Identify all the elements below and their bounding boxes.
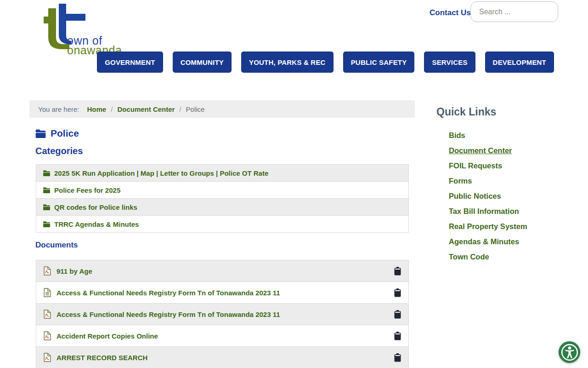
category-label: 2025 5K Run Application | Map | Letter t… (54, 169, 268, 177)
quick-link-item: Agendas & Minutes (449, 237, 559, 247)
category-row[interactable]: 2025 5K Run Application | Map | Letter t… (36, 164, 409, 182)
breadcrumb-prefix: You are here: (38, 105, 79, 113)
file-pdf-icon (44, 310, 51, 319)
documents-list: 911 by Age (36, 260, 409, 368)
page-title-text: Police (51, 128, 79, 139)
clipboard-icon[interactable] (394, 288, 401, 297)
clipboard-icon[interactable] (394, 267, 401, 276)
file-pdf-icon (44, 353, 51, 362)
category-label: TRRC Agendas & Minutes (54, 220, 139, 228)
quick-link-item: Bids (449, 131, 559, 140)
quick-link[interactable]: Bids (449, 131, 465, 139)
main-navigation: GOVERNMENT COMMUNITY YOUTH, PARKS & REC … (0, 52, 554, 73)
category-label: QR codes for Police links (54, 203, 137, 211)
nav-button[interactable]: DEVELOPMENT (485, 52, 554, 73)
quick-link-item: Document Center (449, 146, 559, 155)
breadcrumb-home-link[interactable]: Home (87, 105, 107, 113)
logo-icon: own of onawanda (43, 4, 135, 55)
documents-heading: Documents (35, 241, 78, 250)
breadcrumb-separator: / (111, 105, 113, 113)
document-title: Access & Functional Needs Registry Form … (57, 289, 280, 297)
document-title: 911 by Age (57, 267, 92, 275)
quick-link[interactable]: Public Notices (449, 192, 501, 200)
town-of-tonawanda-logo[interactable]: own of onawanda (43, 4, 135, 57)
category-row[interactable]: TRRC Agendas & Minutes (36, 215, 409, 233)
document-row[interactable]: Access & Functional Needs Registry Form … (36, 303, 409, 325)
quick-link-item: Town Code (449, 252, 559, 262)
quick-link-item: FOIL Requests (449, 161, 559, 171)
contact-us-link[interactable]: Contact Us (430, 7, 472, 18)
quick-link[interactable]: FOIL Requests (449, 161, 502, 170)
quick-links-sidebar: Quick Links Bids Document Center FOIL Re… (436, 106, 559, 267)
document-title: ARREST RECORD SEARCH (57, 354, 147, 362)
breadcrumb: You are here: Home / Document Center / P… (29, 100, 415, 118)
quick-link[interactable]: Tax Bill Information (449, 207, 519, 215)
clipboard-icon[interactable] (394, 332, 401, 340)
folder-icon (35, 129, 46, 138)
folder-icon (43, 204, 50, 210)
quick-link-item: Real Property System (449, 222, 559, 231)
quick-link[interactable]: Agendas & Minutes (449, 237, 519, 246)
category-row[interactable]: Police Fees for 2025 (36, 181, 409, 199)
accessibility-widget-button[interactable] (559, 341, 580, 363)
nav-button[interactable]: GOVERNMENT (97, 52, 163, 73)
document-row[interactable]: Access & Functional Needs Registry Form … (36, 282, 409, 304)
breadcrumb-document-center-link[interactable]: Document Center (117, 105, 175, 113)
document-title: Access & Functional Needs Registry Form … (57, 310, 280, 318)
document-row[interactable]: 911 by Age (36, 260, 409, 282)
document-row[interactable]: ARREST RECORD SEARCH (36, 346, 409, 368)
clipboard-icon[interactable] (394, 353, 401, 362)
breadcrumb-separator: / (179, 105, 181, 113)
nav-button[interactable]: COMMUNITY (173, 52, 232, 73)
file-pdf-icon (44, 266, 51, 276)
quick-link[interactable]: Town Code (449, 253, 489, 261)
folder-icon (43, 170, 50, 176)
categories-heading: Categories (35, 146, 83, 156)
quick-links-heading: Quick Links (436, 106, 559, 118)
quick-link-item: Public Notices (449, 191, 559, 201)
nav-button[interactable]: SERVICES (424, 52, 475, 73)
nav-button[interactable]: PUBLIC SAFETY (343, 52, 415, 73)
clipboard-icon[interactable] (394, 310, 401, 319)
folder-icon (43, 221, 50, 227)
quick-link[interactable]: Document Center (449, 146, 512, 155)
file-lines-icon (44, 288, 51, 297)
nav-button[interactable]: YOUTH, PARKS & REC (241, 52, 334, 73)
quick-link[interactable]: Real Property System (449, 222, 527, 230)
document-center-page: own of onawanda Contact Us GOVERNMENT CO… (0, 0, 588, 368)
file-pdf-icon (44, 331, 51, 340)
category-label: Police Fees for 2025 (54, 186, 120, 194)
categories-list: 2025 5K Run Application | Map | Letter t… (36, 165, 409, 233)
quick-link-item: Forms (449, 176, 559, 186)
quick-links-list: Bids Document Center FOIL Requests Forms… (436, 131, 559, 262)
breadcrumb-current-page: Police (186, 105, 205, 113)
search-input[interactable] (470, 1, 558, 22)
page-title: Police (35, 128, 79, 139)
quick-link[interactable]: Forms (449, 177, 472, 185)
quick-link-item: Tax Bill Information (449, 207, 559, 216)
category-row[interactable]: QR codes for Police links (36, 198, 409, 216)
document-title: Accident Report Copies Online (57, 332, 158, 340)
accessibility-icon (561, 344, 578, 361)
document-row[interactable]: Accident Report Copies Online (36, 325, 409, 347)
folder-icon (43, 187, 50, 193)
